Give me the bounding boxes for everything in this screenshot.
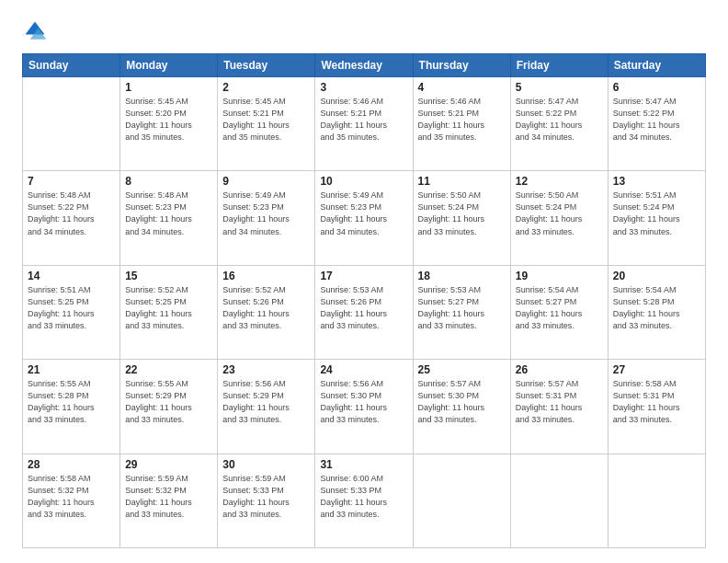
day-info: Sunrise: 5:46 AM Sunset: 5:21 PM Dayligh… xyxy=(418,96,506,144)
day-number: 9 xyxy=(222,175,310,188)
day-cell: 17Sunrise: 5:53 AM Sunset: 5:26 PM Dayli… xyxy=(315,265,413,359)
col-header-tuesday: Tuesday xyxy=(218,54,315,77)
header xyxy=(22,18,706,44)
day-info: Sunrise: 5:58 AM Sunset: 5:32 PM Dayligh… xyxy=(28,473,115,521)
day-cell: 27Sunrise: 5:58 AM Sunset: 5:31 PM Dayli… xyxy=(608,360,705,454)
day-info: Sunrise: 5:45 AM Sunset: 5:21 PM Dayligh… xyxy=(222,96,310,144)
col-header-monday: Monday xyxy=(120,54,218,77)
day-cell: 12Sunrise: 5:50 AM Sunset: 5:24 PM Dayli… xyxy=(510,171,608,265)
day-number: 1 xyxy=(125,81,212,94)
day-cell: 14Sunrise: 5:51 AM Sunset: 5:25 PM Dayli… xyxy=(23,265,120,359)
day-cell: 22Sunrise: 5:55 AM Sunset: 5:29 PM Dayli… xyxy=(120,360,218,454)
day-cell: 29Sunrise: 5:59 AM Sunset: 5:32 PM Dayli… xyxy=(120,454,218,547)
day-info: Sunrise: 6:00 AM Sunset: 5:33 PM Dayligh… xyxy=(320,473,407,521)
day-number: 29 xyxy=(125,458,212,471)
day-number: 28 xyxy=(28,458,115,471)
day-cell: 30Sunrise: 5:59 AM Sunset: 5:33 PM Dayli… xyxy=(218,454,315,547)
day-info: Sunrise: 5:55 AM Sunset: 5:28 PM Dayligh… xyxy=(28,378,115,426)
day-info: Sunrise: 5:49 AM Sunset: 5:23 PM Dayligh… xyxy=(222,190,310,237)
day-info: Sunrise: 5:57 AM Sunset: 5:31 PM Dayligh… xyxy=(516,378,603,426)
day-info: Sunrise: 5:47 AM Sunset: 5:22 PM Dayligh… xyxy=(613,96,700,144)
day-number: 15 xyxy=(125,270,212,282)
day-cell: 2Sunrise: 5:45 AM Sunset: 5:21 PM Daylig… xyxy=(218,77,315,171)
day-number: 6 xyxy=(613,81,700,94)
day-cell: 23Sunrise: 5:56 AM Sunset: 5:29 PM Dayli… xyxy=(218,360,315,454)
day-cell: 19Sunrise: 5:54 AM Sunset: 5:27 PM Dayli… xyxy=(510,265,608,359)
day-cell: 31Sunrise: 6:00 AM Sunset: 5:33 PM Dayli… xyxy=(315,454,413,547)
day-cell: 20Sunrise: 5:54 AM Sunset: 5:28 PM Dayli… xyxy=(608,265,705,359)
day-info: Sunrise: 5:48 AM Sunset: 5:23 PM Dayligh… xyxy=(125,190,212,237)
day-number: 26 xyxy=(516,363,603,376)
day-info: Sunrise: 5:55 AM Sunset: 5:29 PM Dayligh… xyxy=(125,378,212,426)
col-header-friday: Friday xyxy=(510,54,608,77)
day-info: Sunrise: 5:52 AM Sunset: 5:26 PM Dayligh… xyxy=(222,284,310,332)
day-cell: 10Sunrise: 5:49 AM Sunset: 5:23 PM Dayli… xyxy=(315,171,413,265)
logo-icon xyxy=(22,18,48,44)
day-number: 8 xyxy=(125,175,212,188)
day-info: Sunrise: 5:56 AM Sunset: 5:29 PM Dayligh… xyxy=(222,378,310,426)
logo xyxy=(22,18,51,44)
week-row-2: 7Sunrise: 5:48 AM Sunset: 5:22 PM Daylig… xyxy=(23,171,706,265)
day-cell: 13Sunrise: 5:51 AM Sunset: 5:24 PM Dayli… xyxy=(608,171,705,265)
day-number: 13 xyxy=(613,175,700,188)
day-info: Sunrise: 5:51 AM Sunset: 5:24 PM Dayligh… xyxy=(613,190,700,237)
week-row-4: 21Sunrise: 5:55 AM Sunset: 5:28 PM Dayli… xyxy=(23,360,706,454)
page: SundayMondayTuesdayWednesdayThursdayFrid… xyxy=(0,0,728,563)
day-cell xyxy=(413,454,510,547)
day-info: Sunrise: 5:54 AM Sunset: 5:27 PM Dayligh… xyxy=(516,284,603,332)
day-number: 27 xyxy=(613,363,700,376)
day-cell xyxy=(23,77,120,171)
day-number: 22 xyxy=(125,363,212,376)
col-header-saturday: Saturday xyxy=(608,54,705,77)
day-info: Sunrise: 5:52 AM Sunset: 5:25 PM Dayligh… xyxy=(125,284,212,332)
day-cell: 3Sunrise: 5:46 AM Sunset: 5:21 PM Daylig… xyxy=(315,77,413,171)
day-info: Sunrise: 5:59 AM Sunset: 5:32 PM Dayligh… xyxy=(125,473,212,521)
day-cell: 15Sunrise: 5:52 AM Sunset: 5:25 PM Dayli… xyxy=(120,265,218,359)
day-number: 23 xyxy=(222,363,310,376)
header-row: SundayMondayTuesdayWednesdayThursdayFrid… xyxy=(23,54,706,77)
week-row-3: 14Sunrise: 5:51 AM Sunset: 5:25 PM Dayli… xyxy=(23,265,706,359)
day-number: 10 xyxy=(320,175,407,188)
day-info: Sunrise: 5:53 AM Sunset: 5:26 PM Dayligh… xyxy=(320,284,407,332)
day-cell: 18Sunrise: 5:53 AM Sunset: 5:27 PM Dayli… xyxy=(413,265,510,359)
day-number: 31 xyxy=(320,458,407,471)
day-cell: 1Sunrise: 5:45 AM Sunset: 5:20 PM Daylig… xyxy=(120,77,218,171)
day-cell: 28Sunrise: 5:58 AM Sunset: 5:32 PM Dayli… xyxy=(23,454,120,547)
day-info: Sunrise: 5:58 AM Sunset: 5:31 PM Dayligh… xyxy=(613,378,700,426)
day-number: 17 xyxy=(320,270,407,282)
day-number: 24 xyxy=(320,363,407,376)
day-cell: 26Sunrise: 5:57 AM Sunset: 5:31 PM Dayli… xyxy=(510,360,608,454)
day-number: 4 xyxy=(418,81,506,94)
col-header-sunday: Sunday xyxy=(23,54,120,77)
day-cell: 4Sunrise: 5:46 AM Sunset: 5:21 PM Daylig… xyxy=(413,77,510,171)
day-cell: 11Sunrise: 5:50 AM Sunset: 5:24 PM Dayli… xyxy=(413,171,510,265)
calendar: SundayMondayTuesdayWednesdayThursdayFrid… xyxy=(22,53,706,548)
day-number: 16 xyxy=(222,270,310,282)
day-number: 18 xyxy=(418,270,506,282)
day-info: Sunrise: 5:49 AM Sunset: 5:23 PM Dayligh… xyxy=(320,190,407,237)
day-info: Sunrise: 5:59 AM Sunset: 5:33 PM Dayligh… xyxy=(222,473,310,521)
day-info: Sunrise: 5:53 AM Sunset: 5:27 PM Dayligh… xyxy=(418,284,506,332)
day-cell: 9Sunrise: 5:49 AM Sunset: 5:23 PM Daylig… xyxy=(218,171,315,265)
day-info: Sunrise: 5:50 AM Sunset: 5:24 PM Dayligh… xyxy=(418,190,506,237)
day-number: 5 xyxy=(516,81,603,94)
day-number: 19 xyxy=(516,270,603,282)
col-header-wednesday: Wednesday xyxy=(315,54,413,77)
day-info: Sunrise: 5:57 AM Sunset: 5:30 PM Dayligh… xyxy=(418,378,506,426)
day-number: 21 xyxy=(28,363,115,376)
day-cell: 5Sunrise: 5:47 AM Sunset: 5:22 PM Daylig… xyxy=(510,77,608,171)
day-info: Sunrise: 5:56 AM Sunset: 5:30 PM Dayligh… xyxy=(320,378,407,426)
day-cell xyxy=(510,454,608,547)
day-number: 7 xyxy=(28,175,115,188)
day-number: 14 xyxy=(28,270,115,282)
day-number: 2 xyxy=(222,81,310,94)
day-info: Sunrise: 5:51 AM Sunset: 5:25 PM Dayligh… xyxy=(28,284,115,332)
day-cell: 7Sunrise: 5:48 AM Sunset: 5:22 PM Daylig… xyxy=(23,171,120,265)
day-cell: 16Sunrise: 5:52 AM Sunset: 5:26 PM Dayli… xyxy=(218,265,315,359)
day-cell: 25Sunrise: 5:57 AM Sunset: 5:30 PM Dayli… xyxy=(413,360,510,454)
week-row-5: 28Sunrise: 5:58 AM Sunset: 5:32 PM Dayli… xyxy=(23,454,706,547)
day-number: 30 xyxy=(222,458,310,471)
day-cell: 21Sunrise: 5:55 AM Sunset: 5:28 PM Dayli… xyxy=(23,360,120,454)
week-row-1: 1Sunrise: 5:45 AM Sunset: 5:20 PM Daylig… xyxy=(23,77,706,171)
day-info: Sunrise: 5:47 AM Sunset: 5:22 PM Dayligh… xyxy=(516,96,603,144)
